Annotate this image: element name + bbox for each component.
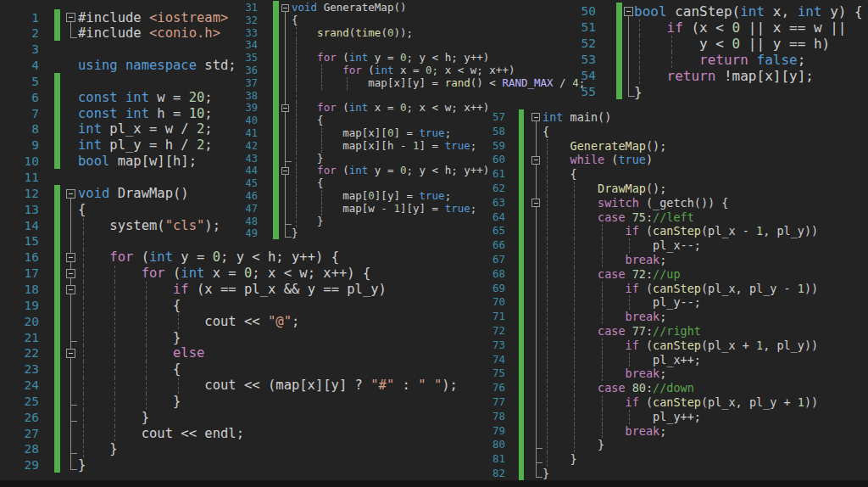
code-line[interactable]: 82} — [0, 467, 868, 481]
indent-guide — [574, 196, 576, 210]
indent-guide — [574, 395, 576, 410]
code-line[interactable]: 70 pl_y--; — [0, 295, 868, 310]
indent-guide — [547, 395, 548, 410]
code-editor: 1#include <iostream>2#include <conio.h>3… — [0, 0, 868, 487]
fold-toggle-icon[interactable] — [66, 269, 75, 278]
indent-guide — [547, 282, 548, 296]
code-line[interactable]: 76 case 80://down — [0, 381, 868, 395]
indent-guide — [574, 238, 576, 253]
indent-guide — [114, 394, 116, 410]
indent-guide — [547, 196, 548, 210]
code-text: switch (_getch()) { — [542, 196, 728, 210]
code-line[interactable]: 51 if (x < 0 || x == w || — [0, 20, 868, 36]
code-text: if (canStep(pl_x + 1, pl_y)) — [542, 339, 818, 353]
indent-guide — [83, 361, 85, 378]
code-line[interactable]: 80 } — [0, 438, 868, 452]
code-line[interactable]: 59 GenerateMap(); — [0, 139, 868, 154]
code-line[interactable]: 58{ — [0, 125, 868, 139]
code-line[interactable]: 69 if (canStep(pl_x, pl_y - 1)) — [0, 282, 868, 296]
indent-guide — [83, 314, 85, 330]
code-line[interactable]: 79 break; — [0, 424, 868, 439]
indent-guide — [296, 127, 298, 140]
line-number: 63 — [476, 196, 505, 210]
indent-guide — [574, 339, 576, 353]
indent-guide — [83, 345, 85, 361]
fold-toggle-icon[interactable] — [531, 156, 540, 165]
indent-guide — [602, 282, 604, 296]
indent-guide — [547, 424, 548, 439]
fold-toggle-icon[interactable] — [66, 189, 75, 199]
indent-guide — [602, 395, 604, 410]
indent-guide — [574, 367, 576, 381]
fold-toggle-icon[interactable] — [66, 349, 75, 358]
indent-guide — [146, 361, 147, 378]
code-line[interactable]: 57int main() — [0, 110, 868, 125]
code-line[interactable]: 74 pl_x++; — [0, 353, 868, 367]
code-line[interactable]: 54 return !map[x][y]; — [0, 68, 868, 84]
indent-guide — [83, 233, 85, 249]
indent-guide — [146, 394, 147, 410]
code-line[interactable]: 77 if (canStep(pl_x, pl_y + 1)) — [0, 395, 868, 410]
line-number: 53 — [567, 52, 596, 68]
code-line[interactable]: 68 case 72://up — [0, 267, 868, 282]
indent-guide — [178, 314, 180, 330]
code-line[interactable]: 78 pl_y++; — [0, 410, 868, 424]
code-text: while (true) — [542, 153, 653, 167]
code-line[interactable]: 55} — [0, 84, 868, 100]
fold-toggle-icon[interactable] — [531, 113, 540, 121]
indent-guide — [574, 353, 576, 367]
indent-guide — [296, 39, 298, 52]
fold-toggle-icon[interactable] — [66, 13, 75, 22]
code-line[interactable]: 66 pl_x--; — [0, 238, 868, 253]
code-line[interactable]: 71 break; — [0, 310, 868, 324]
code-line[interactable]: 75 break; — [0, 367, 868, 381]
code-line[interactable]: 60 while (true) — [0, 153, 868, 167]
indent-guide — [83, 410, 85, 426]
code-line[interactable]: 50bool canStep(int x, int y) { — [0, 3, 868, 20]
indent-guide — [83, 249, 85, 266]
code-text: if (canStep(pl_x - 1, pl_y)) — [542, 224, 818, 238]
code-line[interactable]: 73 if (canStep(pl_x + 1, pl_y)) — [0, 339, 868, 353]
line-number: 73 — [476, 339, 505, 353]
indent-guide — [574, 438, 576, 452]
code-line[interactable]: 63 switch (_getch()) { — [0, 196, 868, 210]
code-line[interactable]: 65 if (canStep(pl_x - 1, pl_y)) — [0, 224, 868, 238]
line-number: 74 — [476, 353, 505, 367]
indent-guide — [547, 438, 548, 452]
code-line[interactable]: 64 case 75://left — [0, 210, 868, 225]
indent-guide — [547, 253, 548, 267]
indent-guide — [547, 139, 548, 154]
indent-guide — [296, 216, 298, 228]
indent-guide — [574, 210, 576, 225]
code-line[interactable]: 61 { — [0, 167, 868, 182]
fold-toggle-icon[interactable] — [281, 104, 289, 112]
fold-toggle-icon[interactable] — [624, 7, 633, 16]
indent-guide — [602, 424, 604, 439]
code-text: y < 0 || y == h) — [634, 36, 830, 52]
code-line[interactable]: 53 return false; — [0, 52, 868, 68]
indent-guide — [146, 314, 147, 330]
indent-guide — [574, 310, 576, 324]
indent-guide — [321, 190, 323, 203]
bottom-strip — [0, 480, 868, 487]
fold-toggle-icon[interactable] — [281, 4, 289, 12]
fold-toggle-icon[interactable] — [66, 285, 75, 294]
code-line[interactable]: 52 y < 0 || y == h) — [0, 36, 868, 52]
indent-guide — [83, 298, 85, 314]
indent-guide — [574, 381, 576, 395]
fold-toggle-icon[interactable] — [66, 253, 75, 262]
indent-guide — [114, 298, 116, 314]
code-line[interactable]: 62 DrawMap(); — [0, 182, 868, 196]
fold-toggle-icon[interactable] — [531, 199, 540, 207]
indent-guide — [114, 410, 116, 426]
indent-guide — [296, 140, 298, 153]
code-line[interactable]: 72 case 77://right — [0, 324, 868, 339]
indent-guide — [574, 424, 576, 439]
line-number: 76 — [476, 381, 505, 395]
code-line[interactable]: 81 } — [0, 452, 868, 467]
code-line[interactable]: 67 break; — [0, 253, 868, 267]
indent-guide — [574, 253, 576, 267]
fold-toggle-icon[interactable] — [281, 167, 289, 175]
indent-guide — [146, 298, 147, 314]
indent-guide — [602, 410, 604, 424]
